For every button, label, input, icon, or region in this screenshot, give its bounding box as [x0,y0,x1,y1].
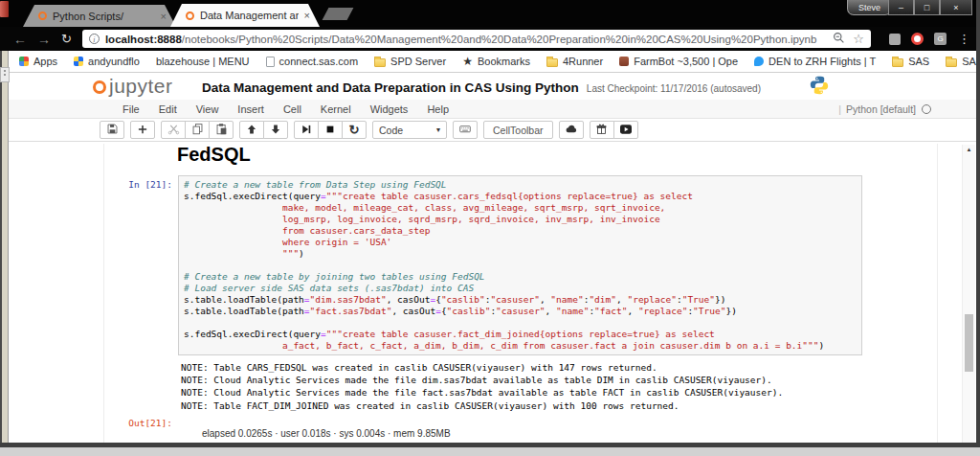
save-button[interactable] [100,121,124,139]
bookmark-den-to-zrh-flights-t[interactable]: DEN to ZRH Flights | T [754,56,876,67]
site-info-icon[interactable]: i [89,34,100,44]
celltoolbar-button[interactable]: CellToolbar [483,121,553,139]
bookmark-sas-viya[interactable]: SAS Viya [946,56,976,67]
notebook-title[interactable]: Data Management and Data Preparation in … [202,80,761,95]
url-bar[interactable]: i localhost:8888/notebooks/Python%20Scri… [82,30,871,48]
add-cell-button[interactable] [130,121,155,139]
code-line [184,260,857,271]
code-line: from casuser.cars_data_step [184,225,857,237]
bookmark-star-icon[interactable]: ☆ [853,33,864,45]
scroll-up-icon[interactable]: ▲ [963,147,975,152]
menu-kernel[interactable]: Kernel [311,103,361,115]
bookmark-blazehouse-menu[interactable]: blazehouse | MENU [156,56,250,67]
folder-icon [946,58,957,67]
code-cell[interactable]: In [21]: # Create a new table from Data … [104,175,937,355]
out-prompt: Out[21]: [104,416,178,439]
code-line: s.fedSql.execDirect(query="""create tabl… [184,191,857,202]
menu-insert[interactable]: Insert [228,103,274,115]
copy-cell-button[interactable] [185,121,210,139]
user-badge[interactable]: Steve [847,0,892,15]
back-icon[interactable]: ← [13,33,27,46]
run-icon [301,124,312,137]
cut-cell-button[interactable] [161,121,186,139]
new-tab-button[interactable] [323,8,354,20]
code-editor[interactable]: # Create a new table from Data Step usin… [178,175,862,355]
menu-help[interactable]: Help [417,103,458,115]
bookmark-connect-sas-com[interactable]: connect.sas.com [266,56,359,67]
bookmark-spd-server[interactable]: SPD Server [374,56,446,67]
move-cell-up-button[interactable] [239,121,264,139]
scrollbar-thumb[interactable] [965,314,973,372]
browser-tab-strip: Python Scripts/ × Data Management and D … [0,0,980,27]
move-cell-down-button[interactable] [263,121,288,139]
bookmark-sas[interactable]: SAS [892,56,929,67]
bookmark-farmbot-3-500-ope[interactable]: FarmBot ~3,500 | Ope [619,56,738,67]
restart-kernel-button[interactable]: ↻ [342,121,367,139]
command-palette-button[interactable] [453,121,478,139]
reload-icon[interactable]: ↻ [61,33,72,46]
page-scrollbar[interactable]: ▲ [962,145,975,446]
bookmark-label: Apps [33,56,57,67]
arrow-up-icon [246,124,257,137]
gift-button[interactable] [590,121,614,139]
menu-edit[interactable]: Edit [149,103,187,115]
cloud-button[interactable] [559,121,584,139]
tab-close-icon[interactable]: × [161,11,167,21]
bookmark-apps[interactable]: Apps [19,56,57,67]
menu-cell[interactable]: Cell [274,103,311,115]
forward-icon[interactable]: → [37,33,51,46]
stop-kernel-button[interactable] [318,121,343,139]
menu-file[interactable]: File [113,103,149,115]
zoom-out-icon[interactable] [833,31,845,48]
jupyter-page: jupyter Data Management and Data Prepara… [9,73,976,447]
tab-label: Data Management and D [200,10,299,21]
run-cell-button[interactable] [294,121,319,139]
jupyter-logo[interactable]: jupyter [93,76,173,97]
python-logo-icon [809,75,830,100]
minimize-button[interactable]: – [888,0,914,15]
extension-icon[interactable] [889,34,901,45]
jupyter-favicon-icon [38,11,47,20]
browser-nav-bar: ← → ↻ i localhost:8888/notebooks/Python%… [0,27,980,51]
tab-python-scripts[interactable]: Python Scripts/ × [23,5,176,27]
bookmark-4runner[interactable]: 4Runner [546,56,603,67]
bookmark-label: Bookmarks [478,56,530,67]
play-video-button[interactable] [613,121,638,139]
window-frame-left [0,51,9,456]
cell-type-dropdown[interactable]: Code▾ [372,121,447,139]
tab-close-icon[interactable]: × [304,11,310,20]
bookmark-label: blazehouse | MENU [156,56,250,67]
gift-icon [595,123,608,137]
in-prompt: In [21]: [104,175,178,355]
tab-data-management[interactable]: Data Management and D × [170,4,320,27]
apps-icon [19,57,29,66]
maximize-button[interactable]: □ [914,0,940,15]
bookmark-label: SAS Viya [962,56,976,67]
close-button[interactable]: × [940,0,972,15]
notebook-header: jupyter Data Management and Data Prepara… [9,73,976,100]
paste-cell-button[interactable] [209,121,234,139]
restart-icon: ↻ [349,124,360,136]
bookmarks-bar: Appsandyundfloblazehouse | MENUconnect.s… [0,51,976,73]
menu-view[interactable]: View [187,103,229,115]
opera-extension-icon[interactable] [911,33,924,45]
menu-widgets[interactable]: Widgets [361,103,418,115]
window-frame-bottom [0,443,980,456]
code-line: # Create a new table by joining two tabl… [184,271,857,283]
stop-icon [324,124,336,137]
g-extension-icon[interactable]: G [934,33,947,45]
code-line: make, model, mileage_cat, class, avg_mil… [184,202,857,214]
code-line: s.fedSql.execDirect(query="""create tabl… [184,329,857,340]
bookmarks-items: Appsandyundfloblazehouse | MENUconnect.s… [19,56,976,67]
code-line: """) [184,248,857,260]
code-line: s.table.loadTable(path="dim.sas7bdat", c… [184,294,857,306]
browser-menu-icon[interactable]: ⋮ [958,32,970,46]
bookmark-bookmarks[interactable]: ★Bookmarks [462,56,530,67]
paste-icon [215,123,228,137]
bookmark-andyundflo[interactable]: andyundflo [74,56,140,67]
folder-icon [546,58,558,67]
arrow-down-icon [270,124,281,137]
markdown-heading[interactable]: FedSQL [177,144,937,166]
output-area: Out[21]: elapsed 0.0265s · user 0.018s ·… [104,416,937,439]
code-line: a_fact, b_fact, c_fact, a_dim, b_dim, c_… [184,340,857,352]
